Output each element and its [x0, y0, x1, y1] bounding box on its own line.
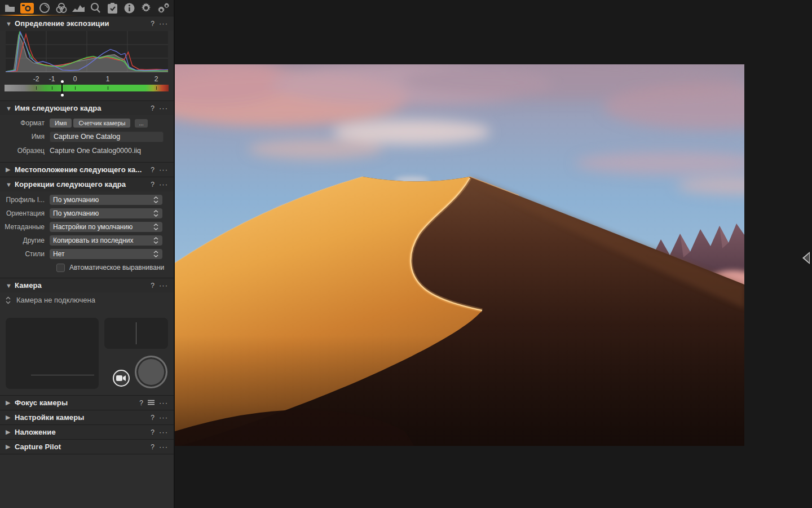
camera-select[interactable]: Камера не подключена	[6, 296, 95, 304]
panel-title: Камера	[15, 281, 151, 290]
panel-menu-icon[interactable]: ···	[159, 281, 168, 290]
panel-menu-icon[interactable]: ···	[159, 180, 168, 189]
panel-header-camera[interactable]: ▼ Камера ?···	[0, 278, 174, 292]
help-icon[interactable]: ?	[151, 104, 155, 112]
help-icon[interactable]: ?	[151, 428, 155, 436]
video-camera-icon	[116, 375, 126, 382]
chevron-right-icon[interactable]: ▶	[6, 414, 15, 421]
icc-profile-select[interactable]: По умолчанию	[50, 195, 162, 205]
panel-header-adjustments[interactable]: ▼ Коррекции следующего кадра ?···	[0, 177, 174, 191]
stepper-icon	[6, 296, 11, 304]
help-icon[interactable]: ?	[151, 166, 155, 174]
stepper-icon	[152, 237, 159, 244]
panel-title: Наложение	[15, 428, 151, 436]
gear-icon[interactable]	[140, 2, 153, 14]
panel-header-camera-settings[interactable]: ▶ Настройки камеры ?···	[0, 410, 174, 424]
capture-button[interactable]	[135, 356, 167, 388]
name-input[interactable]	[50, 132, 164, 142]
help-icon[interactable]: ?	[151, 181, 155, 189]
stepper-icon	[152, 251, 159, 257]
metadata-label: Метаданные	[0, 223, 50, 231]
ev-tick-mark	[156, 86, 157, 90]
format-label: Формат	[0, 119, 50, 127]
help-icon[interactable]: ?	[139, 399, 143, 407]
panel-menu-icon[interactable]: ···	[159, 165, 168, 174]
ev-tick-label: 0	[73, 75, 77, 83]
curves-icon[interactable]	[72, 2, 85, 14]
panel-header-location[interactable]: ▶ Местоположение следующего ка... ?···	[0, 162, 174, 177]
chevron-right-icon[interactable]: ▶	[6, 443, 15, 450]
camera-icon[interactable]	[20, 2, 34, 14]
ev-tick-mark	[36, 86, 37, 90]
chevron-right-icon[interactable]: ▶	[6, 399, 15, 406]
stepper-icon	[152, 224, 159, 230]
ev-tick-label: -1	[49, 75, 55, 83]
tool-tabs-bar	[0, 0, 174, 16]
chevron-down-icon[interactable]: ▼	[6, 20, 15, 27]
ev-marker-dot[interactable]	[61, 80, 64, 83]
ev-tick-mark	[75, 86, 76, 90]
chevron-down-icon[interactable]: ▼	[6, 105, 15, 112]
focus-list-icon[interactable]	[148, 398, 155, 407]
help-icon[interactable]: ?	[151, 20, 155, 28]
info-icon[interactable]	[123, 2, 136, 14]
panel-menu-icon[interactable]: ···	[159, 443, 168, 451]
styles-select[interactable]: Нет	[50, 249, 162, 259]
other-select[interactable]: Копировать из последних	[50, 235, 162, 246]
orientation-select[interactable]: По умолчанию	[50, 208, 162, 218]
panel-header-focus[interactable]: ▶ Фокус камеры ? ···	[0, 395, 174, 410]
exposure-scale-labels: -2-1012	[5, 75, 169, 84]
camera-status-text: Камера не подключена	[16, 296, 95, 304]
ev-tick-mark	[52, 86, 52, 90]
metadata-select[interactable]: Настройки по умолчанию	[50, 222, 162, 232]
name-label: Имя	[0, 133, 50, 141]
panel-header-exposure[interactable]: ▼ Определение экспозиции ?···	[0, 16, 174, 30]
color-wheels-icon[interactable]	[55, 2, 68, 14]
orientation-label: Ориентация	[0, 209, 50, 217]
chevron-right-icon[interactable]: ▶	[6, 428, 15, 436]
panel-title: Имя следующего кадра	[15, 104, 151, 112]
ev-tick-label: -2	[33, 75, 39, 83]
panel-header-capture-pilot[interactable]: ▶ Capture Pilot ?···	[0, 439, 174, 454]
panel-title: Местоположение следующего ка...	[15, 165, 151, 174]
chevron-down-icon[interactable]: ▼	[6, 181, 15, 188]
stepper-icon	[152, 210, 159, 217]
ev-tick-label: 1	[106, 75, 110, 83]
help-icon[interactable]: ?	[151, 443, 155, 451]
ev-marker-dot[interactable]	[61, 94, 64, 97]
format-more-button[interactable]: ...	[135, 119, 147, 128]
help-icon[interactable]: ?	[151, 414, 155, 422]
auto-align-checkbox[interactable]	[56, 264, 65, 272]
process-gears-icon[interactable]	[157, 2, 170, 14]
chevron-right-icon[interactable]: ▶	[6, 166, 15, 173]
format-token-name[interactable]: Имя	[50, 119, 72, 128]
ev-tick-mark	[108, 86, 108, 90]
panel-title: Коррекции следующего кадра	[15, 180, 151, 189]
other-label: Другие	[0, 237, 50, 244]
live-view-button[interactable]	[113, 370, 130, 387]
icc-profile-label: Профиль I...	[0, 196, 50, 204]
panel-header-naming[interactable]: ▼ Имя следующего кадра ?···	[0, 100, 174, 115]
collapse-right-panel-arrow[interactable]	[802, 252, 810, 264]
tools-sidebar: ▼ Определение экспозиции ?··· -2-1012 ▼ …	[0, 0, 175, 508]
panel-title: Фокус камеры	[15, 398, 139, 407]
lens-icon[interactable]	[38, 2, 51, 14]
panel-menu-icon[interactable]: ···	[159, 104, 168, 112]
panel-menu-icon[interactable]: ···	[159, 398, 168, 407]
panel-menu-icon[interactable]: ···	[159, 413, 168, 422]
magnifier-icon[interactable]	[89, 2, 102, 14]
chevron-down-icon[interactable]: ▼	[6, 282, 15, 289]
sample-value: Capture One Catalog0000.iiq	[50, 147, 141, 155]
folder-icon[interactable]	[3, 2, 16, 14]
format-token-counter[interactable]: Счетчик камеры	[73, 119, 130, 128]
sample-label: Образец	[0, 147, 50, 155]
ev-marker[interactable]	[61, 82, 63, 94]
stepper-icon	[152, 196, 159, 203]
help-icon[interactable]: ?	[151, 282, 155, 290]
panel-header-overlay[interactable]: ▶ Наложение ?···	[0, 424, 174, 439]
panel-menu-icon[interactable]: ···	[159, 428, 168, 436]
clipboard-check-icon[interactable]	[106, 2, 119, 14]
panel-menu-icon[interactable]: ···	[159, 19, 168, 28]
exposure-meter-bar[interactable]	[5, 85, 169, 91]
photo-mojave-dune	[175, 64, 744, 446]
